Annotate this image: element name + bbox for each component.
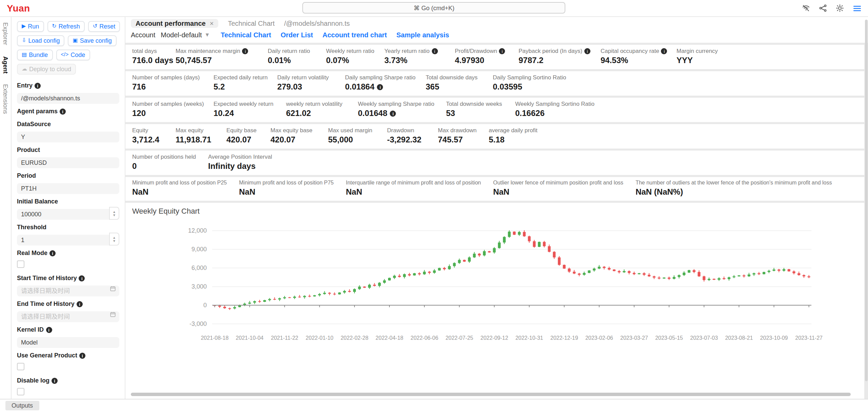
activity-rail: ExplorerAgentExtensions <box>0 17 12 399</box>
stat-label: Outlier lower fence of minimum position … <box>493 180 623 186</box>
info-icon[interactable]: i <box>377 84 383 90</box>
reset-button[interactable]: ↺Reset <box>88 21 120 32</box>
toolbar-link-sample-analysis[interactable]: Sample analysis <box>397 31 449 39</box>
info-icon[interactable]: i <box>661 48 667 54</box>
svg-text:2023-03-27: 2023-03-27 <box>620 335 648 341</box>
deploy-to-cloud-button[interactable]: ☁Deploy to cloud <box>17 64 76 75</box>
datasource-input[interactable] <box>17 132 119 142</box>
threshold-input[interactable] <box>17 235 119 246</box>
rail-item-extensions[interactable]: Extensions <box>2 84 9 114</box>
kernel-id-input[interactable] <box>17 337 119 348</box>
info-icon[interactable]: i <box>390 110 396 116</box>
account-toolbar: Account Model-default ▼ Technical ChartO… <box>125 29 868 43</box>
svg-text:0: 0 <box>203 302 207 309</box>
tab-account-performance[interactable]: Account performance× <box>131 19 218 28</box>
stat-value: 55,000 <box>328 135 387 144</box>
stat-label: Interquartile range of minimum profit an… <box>346 180 481 186</box>
nodes-icon[interactable] <box>819 4 827 13</box>
stat-label: Max maintenance margini <box>176 47 268 54</box>
start-time-input[interactable] <box>17 286 119 296</box>
info-icon[interactable]: i <box>79 275 85 281</box>
use-general-product-checkbox[interactable] <box>17 363 24 370</box>
stat-expected-weekly-return: Expected weekly return10.24 <box>214 100 286 118</box>
wifi-off-icon[interactable] <box>802 4 810 13</box>
account-select[interactable]: Model-default ▼ <box>161 31 210 39</box>
stepper-down-icon[interactable]: ▼ <box>113 213 116 217</box>
stat-value: 0.01648i <box>358 109 446 118</box>
outputs-tab[interactable]: Outputs <box>5 400 39 410</box>
info-icon[interactable]: i <box>79 352 85 358</box>
stat-label: Yearly return ratioi <box>384 47 455 54</box>
stat-max-equity-base: Max equity base420.07 <box>270 127 328 144</box>
stat-label: Max used margin <box>328 127 387 134</box>
period-input[interactable] <box>17 183 119 194</box>
end-time-input[interactable] <box>17 311 119 322</box>
code-button[interactable]: </>Code <box>56 50 90 60</box>
number-stepper[interactable]: ▲▼ <box>109 233 119 246</box>
tab-close-icon[interactable]: × <box>210 20 214 27</box>
info-icon[interactable]: i <box>499 48 505 54</box>
stat-average-daily-profit: average daily profit5.18 <box>489 127 538 144</box>
toolbar-link-technical-chart[interactable]: Technical Chart <box>221 31 271 39</box>
load-config-button[interactable]: ⇩Load config <box>17 35 65 46</box>
stat-number-of-samples-days: Number of samples (days)716 <box>132 74 214 92</box>
svg-text:2021-11-22: 2021-11-22 <box>271 335 298 341</box>
stat-label: Daily return ratio <box>268 47 326 54</box>
product-input[interactable] <box>17 157 119 168</box>
stat-value: 11,918.71 <box>176 135 226 144</box>
rail-item-explorer[interactable]: Explorer <box>2 22 9 45</box>
tab-models-shannon-ts[interactable]: /@models/shannon.ts <box>284 20 350 27</box>
toolbar-link-account-trend-chart[interactable]: Account trend chart <box>322 31 387 39</box>
save-config-button[interactable]: ▣Save config <box>68 35 117 46</box>
command-palette[interactable]: ⌘ Go (cmd+K) <box>303 2 566 14</box>
stat-equity: Equity3,712.4 <box>132 127 176 144</box>
horizontal-scrollbar[interactable] <box>131 393 850 396</box>
calendar-icon[interactable] <box>110 311 116 317</box>
info-icon[interactable]: i <box>35 82 41 89</box>
menu-icon[interactable] <box>852 4 861 13</box>
package-icon: ▤ <box>22 52 27 58</box>
run-button[interactable]: ▶Run <box>17 21 44 32</box>
chevron-down-icon: ▼ <box>204 32 210 38</box>
bundle-button[interactable]: ▤Bundle <box>17 50 53 60</box>
stat-label: Weekly Sampling Sortino Ratio <box>515 100 594 107</box>
info-icon[interactable]: i <box>52 377 58 384</box>
number-stepper[interactable]: ▲▼ <box>109 207 119 220</box>
disable-log-checkbox[interactable] <box>17 388 24 395</box>
stat-value: 94.53% <box>601 56 677 65</box>
tab-technical-chart[interactable]: Technical Chart <box>228 20 275 27</box>
weekly-equity-chart-card: Weekly Equity Chart -3,00003,0006,0009,0… <box>125 203 864 399</box>
kernel-id-label: Kernel ID <box>17 326 44 333</box>
svg-text:2022-06-06: 2022-06-06 <box>410 335 438 341</box>
real-mode-checkbox[interactable] <box>17 260 24 268</box>
stepper-down-icon[interactable]: ▼ <box>113 239 116 242</box>
button-label: Bundle <box>29 52 48 58</box>
initial-balance-input[interactable] <box>17 209 119 220</box>
info-icon[interactable]: i <box>49 250 56 256</box>
info-icon[interactable]: i <box>46 327 52 333</box>
info-icon[interactable]: i <box>432 48 438 54</box>
info-icon[interactable]: i <box>242 48 248 54</box>
entry-input[interactable] <box>17 93 119 104</box>
stat-label: Payback period (In days)i <box>519 47 601 54</box>
rail-item-agent[interactable]: Agent <box>2 56 9 73</box>
svg-text:9,000: 9,000 <box>191 246 207 253</box>
info-icon[interactable]: i <box>584 48 590 54</box>
svg-text:2022-12-19: 2022-12-19 <box>550 335 578 341</box>
sun-icon[interactable] <box>835 4 844 13</box>
calendar-icon[interactable] <box>110 286 116 292</box>
info-icon[interactable]: i <box>60 108 66 114</box>
stat-value: 0.03595 <box>493 82 566 92</box>
vertical-scrollbar[interactable] <box>865 20 867 381</box>
main-content: Account performance×Technical Chart/@mod… <box>125 17 868 399</box>
stat-label: Expected weekly return <box>214 100 286 107</box>
stat-value: 745.57 <box>438 135 489 144</box>
refresh-button[interactable]: ↻Refresh <box>47 21 84 32</box>
end-time-label: End Time of History <box>17 300 75 307</box>
toolbar-link-order-list[interactable]: Order List <box>281 31 313 39</box>
info-icon[interactable]: i <box>77 301 83 307</box>
stat-value: -3,292.32 <box>387 135 438 144</box>
stat-weekly-return-volatility: weekly return volatility621.02 <box>286 100 358 118</box>
weekly-equity-candlestick-chart[interactable]: -3,00003,0006,0009,00012,0002021-08-1820… <box>159 218 827 348</box>
stat-value: 3.73% <box>384 56 455 65</box>
